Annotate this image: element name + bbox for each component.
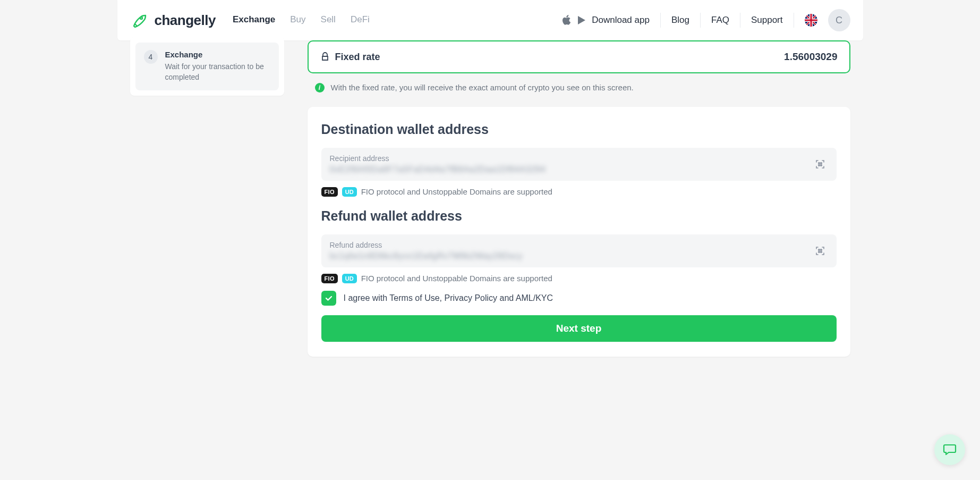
rate-value: 1.56003029 <box>784 51 837 63</box>
refund-label: Refund address <box>330 241 806 249</box>
divider <box>700 13 701 28</box>
site-header: changelly Exchange Buy Sell DeFi Downloa… <box>117 0 863 40</box>
scan-qr-button[interactable] <box>812 243 828 259</box>
info-row: i With the fixed rate, you will receive … <box>308 82 850 94</box>
recipient-value: 0xE2f8Af0Da8F7a5FaD4d4a7fB8Aa2Daa1Df84A3… <box>330 165 806 174</box>
next-step-button[interactable]: Next step <box>321 315 837 342</box>
protocol-support-row: FIO UD FIO protocol and Unstoppable Doma… <box>321 187 837 197</box>
qr-scan-icon <box>815 246 825 256</box>
divider <box>660 13 661 28</box>
nav-sell[interactable]: Sell <box>321 0 336 40</box>
rate-label: Fixed rate <box>335 52 380 63</box>
ud-badge: UD <box>342 187 357 197</box>
brand-logo[interactable]: changelly <box>130 11 216 30</box>
recipient-address-field[interactable]: Recipient address 0xE2f8Af0Da8F7a5FaD4d4… <box>321 148 837 181</box>
uk-flag-icon <box>805 14 817 27</box>
protocol-text: FIO protocol and Unstoppable Domains are… <box>361 187 552 196</box>
check-icon <box>325 294 333 302</box>
rocket-icon <box>130 11 149 30</box>
link-blog[interactable]: Blog <box>671 15 689 26</box>
step-title: Exchange <box>165 50 270 59</box>
info-text: With the fixed rate, you will receive th… <box>331 82 634 94</box>
terms-checkbox[interactable] <box>321 291 336 306</box>
play-icon <box>577 15 586 25</box>
nav-defi[interactable]: DeFi <box>351 0 370 40</box>
qr-scan-icon <box>815 159 825 170</box>
fio-badge: FIO <box>321 274 338 283</box>
brand-name: changelly <box>155 12 216 29</box>
step-card: 4 Exchange Wait for your transaction to … <box>135 43 279 90</box>
ud-badge: UD <box>342 274 357 283</box>
download-label: Download app <box>592 15 650 26</box>
language-selector[interactable] <box>805 14 817 27</box>
download-app-link[interactable]: Download app <box>562 15 650 26</box>
destination-title: Destination wallet address <box>321 122 837 137</box>
main-content: Fixed rate 1.56003029 i With the fixed r… <box>308 40 850 357</box>
main-nav: Exchange Buy Sell DeFi <box>233 0 370 40</box>
refund-value: bc1qfw1n8D6kc8yvx1EwfgRv7M9b2Way28Dscy <box>330 251 806 261</box>
address-card: Destination wallet address Recipient add… <box>308 107 850 357</box>
recipient-label: Recipient address <box>330 154 806 163</box>
protocol-support-row: FIO UD FIO protocol and Unstoppable Doma… <box>321 274 837 283</box>
step-description: Wait for your transaction to be complete… <box>165 61 270 83</box>
step-number: 4 <box>144 50 158 64</box>
protocol-text: FIO protocol and Unstoppable Domains are… <box>361 274 552 283</box>
user-avatar[interactable]: C <box>828 9 850 31</box>
header-right: Download app Blog FAQ Support C <box>562 9 850 31</box>
apple-icon <box>562 15 572 26</box>
divider <box>794 13 794 28</box>
scan-qr-button[interactable] <box>812 156 828 172</box>
info-icon: i <box>315 83 325 92</box>
nav-exchange[interactable]: Exchange <box>233 0 275 40</box>
agree-row: I agree with Terms of Use, Privacy Polic… <box>321 291 837 306</box>
link-faq[interactable]: FAQ <box>711 15 729 26</box>
fio-badge: FIO <box>321 187 338 197</box>
steps-sidebar: 4 Exchange Wait for your transaction to … <box>130 37 284 96</box>
fixed-rate-box[interactable]: Fixed rate 1.56003029 <box>308 40 850 73</box>
lock-icon <box>320 52 330 62</box>
nav-buy[interactable]: Buy <box>290 0 305 40</box>
refund-address-field[interactable]: Refund address bc1qfw1n8D6kc8yvx1EwfgRv7… <box>321 234 837 267</box>
refund-title: Refund wallet address <box>321 208 837 224</box>
divider <box>740 13 740 28</box>
link-support[interactable]: Support <box>751 15 783 26</box>
agree-text: I agree with Terms of Use, Privacy Polic… <box>344 293 553 303</box>
